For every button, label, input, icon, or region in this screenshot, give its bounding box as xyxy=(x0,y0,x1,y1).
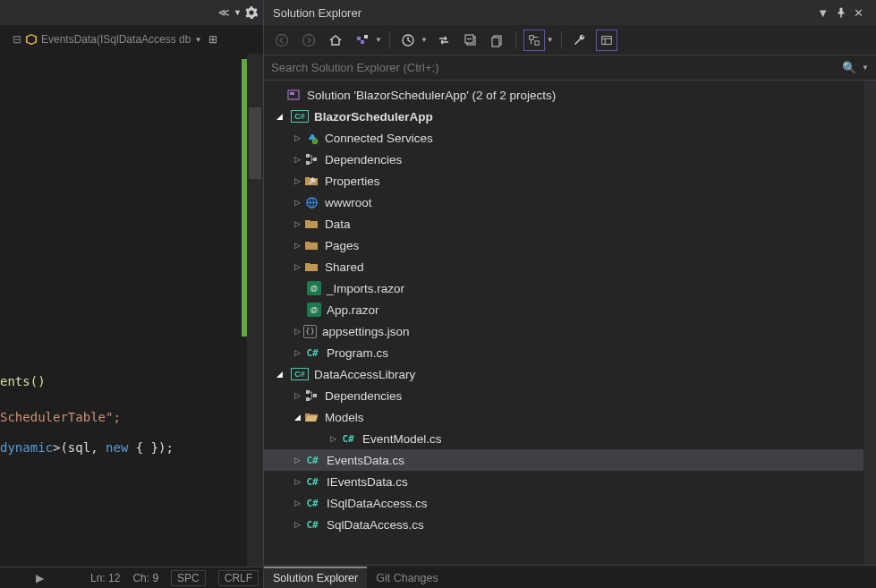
tab-solution-explorer[interactable]: Solution Explorer xyxy=(264,567,367,588)
tree-node-properties[interactable]: Properties xyxy=(264,170,876,192)
tree-node-connected-services[interactable]: Connected Services xyxy=(264,127,876,149)
editor-vertical-scrollbar[interactable] xyxy=(247,54,263,567)
panel-title: Solution Explorer xyxy=(273,6,813,20)
expander-icon[interactable] xyxy=(291,498,303,507)
forward-icon[interactable] xyxy=(298,30,319,51)
tree-node-project[interactable]: C# DataAccessLibrary xyxy=(264,363,876,385)
window-position-icon[interactable]: ▼ xyxy=(813,6,832,20)
tree-node-file[interactable]: C# EventModel.cs xyxy=(264,428,876,449)
pin-icon[interactable] xyxy=(832,7,850,18)
expander-icon[interactable] xyxy=(291,240,303,250)
svg-rect-11 xyxy=(290,92,294,95)
expander-icon[interactable] xyxy=(291,261,303,271)
search-input[interactable] xyxy=(271,61,842,74)
tree-node-dependencies[interactable]: Dependencies xyxy=(264,385,876,406)
code-text: >(sql, xyxy=(53,440,106,455)
show-all-files-icon[interactable] xyxy=(487,30,508,51)
dependencies-icon xyxy=(303,151,319,167)
tree-node-file[interactable]: C# ISqlDataAccess.cs xyxy=(264,492,876,514)
back-icon[interactable] xyxy=(271,30,293,51)
expander-icon[interactable] xyxy=(291,197,303,207)
tree-scrollbar[interactable] xyxy=(863,81,876,565)
split-editor-icon[interactable]: ⊞ xyxy=(208,33,217,46)
tree-node-file[interactable]: @ _Imports.razor xyxy=(264,277,876,299)
expander-icon[interactable] xyxy=(291,347,303,357)
search-icon[interactable]: 🔍 xyxy=(842,61,856,74)
status-indent[interactable]: SPC xyxy=(171,570,206,586)
cs-file-icon: C# xyxy=(303,452,321,468)
scrollbar-thumb[interactable] xyxy=(249,107,261,179)
tree-node-file[interactable]: C# EventsData.cs xyxy=(264,449,876,471)
preview-selected-items-icon[interactable] xyxy=(523,30,545,51)
cs-file-icon: C# xyxy=(303,516,321,533)
gear-icon[interactable] xyxy=(245,6,258,19)
tree-node-folder[interactable]: Shared xyxy=(264,256,876,277)
editor-body[interactable]: ents() SchedulerTable"; dynamic>(sql, ne… xyxy=(0,54,263,567)
expander-icon[interactable] xyxy=(291,519,303,529)
expander-icon[interactable] xyxy=(273,369,285,379)
tree-node-file[interactable]: @ App.razor xyxy=(264,299,876,320)
properties-folder-icon xyxy=(303,173,319,189)
tree-node-file[interactable]: C# IEventsData.cs xyxy=(264,471,876,492)
expander-icon[interactable] xyxy=(273,111,285,121)
nav-dropdown[interactable]: ⊟ EventsData(ISqlDataAccess db ▼ ⊞ xyxy=(7,26,223,53)
csproj-icon: C# xyxy=(291,368,309,380)
expander-icon[interactable] xyxy=(291,455,303,464)
pending-changes-filter-icon[interactable] xyxy=(397,30,419,51)
tree-node-folder[interactable]: Pages xyxy=(264,234,876,256)
home-icon[interactable] xyxy=(325,30,346,51)
tree-label: ISqlDataAccess.cs xyxy=(327,497,428,510)
properties-icon[interactable] xyxy=(569,30,591,51)
expander-icon[interactable] xyxy=(291,132,303,142)
collapse-all-icon[interactable] xyxy=(460,30,481,51)
chevron-down-icon[interactable]: ▼ xyxy=(862,64,869,72)
status-col: Ch: 9 xyxy=(132,572,158,584)
tree-label: Shared xyxy=(325,260,364,274)
expander-icon[interactable] xyxy=(291,390,303,400)
tree-node-wwwroot[interactable]: wwwroot xyxy=(264,192,876,213)
tree-view[interactable]: Solution 'BlazorSchedulerApp' (2 of 2 pr… xyxy=(264,81,876,565)
expander-icon[interactable] xyxy=(291,175,303,185)
sync-icon[interactable] xyxy=(433,30,455,51)
tree-node-dependencies[interactable]: Dependencies xyxy=(264,149,876,170)
tree-node-folder[interactable]: Models xyxy=(264,406,876,428)
tree-label: Pages xyxy=(325,239,359,252)
expander-icon[interactable] xyxy=(291,476,303,486)
chevron-down-icon[interactable]: ▼ xyxy=(547,36,554,44)
tree-label: _Imports.razor xyxy=(327,282,404,295)
collapse-icon[interactable]: ≪ xyxy=(218,6,230,19)
tree-label: Properties xyxy=(325,175,380,188)
chevron-down-icon[interactable]: ▼ xyxy=(421,36,428,44)
tree-node-file[interactable]: C# SqlDataAccess.cs xyxy=(264,514,876,535)
code-text: ents() xyxy=(0,374,46,388)
svg-point-12 xyxy=(310,134,314,138)
tree-node-file[interactable]: C# Program.cs xyxy=(264,342,876,363)
cs-file-icon: C# xyxy=(303,473,321,490)
svg-rect-7 xyxy=(530,35,533,38)
tree-node-solution[interactable]: Solution 'BlazorSchedulerApp' (2 of 2 pr… xyxy=(264,84,876,106)
expander-icon[interactable] xyxy=(291,412,303,422)
tree-node-project[interactable]: C# BlazorSchedulerApp xyxy=(264,106,876,127)
expander-icon[interactable] xyxy=(291,154,303,164)
cs-file-icon: C# xyxy=(303,345,321,361)
chevron-down-icon[interactable]: ▼ xyxy=(375,36,382,44)
expander-icon[interactable] xyxy=(327,433,339,443)
folder-open-icon xyxy=(303,409,319,425)
json-icon: {} xyxy=(303,325,317,338)
cs-file-icon: C# xyxy=(339,430,357,447)
expander-icon[interactable] xyxy=(291,218,303,228)
tree-node-folder[interactable]: Data xyxy=(264,213,876,234)
tree-node-file[interactable]: {} appsettings.json xyxy=(264,320,876,342)
tab-git-changes[interactable]: Git Changes xyxy=(367,568,447,588)
tree-label: appsettings.json xyxy=(322,325,410,338)
tree-label: SqlDataAccess.cs xyxy=(327,518,424,532)
dependencies-icon xyxy=(303,388,319,404)
close-icon[interactable]: ✕ xyxy=(850,6,867,20)
csproj-icon: C# xyxy=(291,110,309,123)
dropdown-caret-icon[interactable]: ▼ xyxy=(234,8,242,17)
preview-icon[interactable] xyxy=(596,30,617,51)
expander-icon[interactable] xyxy=(291,326,303,336)
switch-views-icon[interactable] xyxy=(352,30,373,51)
play-icon[interactable]: ▶ xyxy=(36,572,44,584)
status-line-ending[interactable]: CRLF xyxy=(218,570,259,586)
